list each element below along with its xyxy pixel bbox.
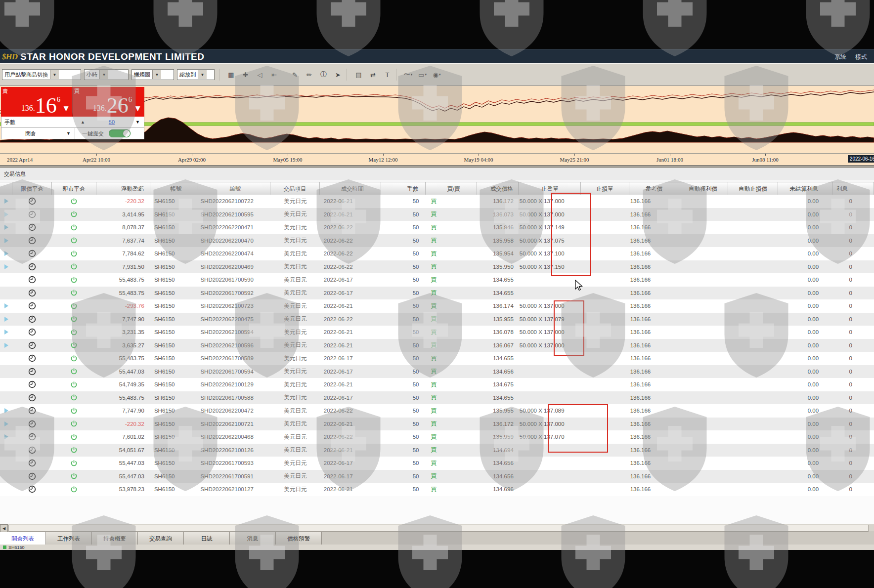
scrollbar-thumb[interactable]	[8, 525, 869, 532]
expand-triangle-icon[interactable]	[4, 303, 8, 308]
market-close-button[interactable]	[52, 444, 96, 457]
market-close-button[interactable]	[52, 352, 96, 365]
market-close-button[interactable]	[52, 287, 96, 300]
limit-close-button[interactable]	[12, 299, 52, 313]
table-row[interactable]: 55,447.03SH6150SHD2022061700593美元日元2022-…	[0, 457, 874, 470]
market-close-button[interactable]	[52, 430, 96, 444]
column-header-5[interactable]: 編號	[198, 182, 270, 195]
expand-triangle-icon[interactable]	[4, 330, 8, 335]
sell-quote-button[interactable]: 賣 136. 16 6 ▼	[1, 87, 73, 117]
limit-close-button[interactable]	[12, 391, 52, 405]
limit-close-button[interactable]	[12, 470, 52, 483]
menu-item-0[interactable]: 系統	[834, 53, 846, 61]
market-close-button[interactable]	[52, 365, 96, 378]
market-close-button[interactable]	[52, 404, 96, 418]
menu-item-1[interactable]: 樣式	[855, 53, 867, 61]
info-icon[interactable]: ⓘ	[317, 68, 330, 81]
column-header-16[interactable]: 未結算利息	[778, 182, 832, 195]
row-expander[interactable]	[0, 221, 12, 234]
expand-triangle-icon[interactable]	[4, 225, 8, 230]
table-row[interactable]: 3,231.35SH6150SHD2022062100594美元日元2022-0…	[0, 326, 874, 339]
column-header-15[interactable]: 自動止損價	[728, 182, 778, 195]
crosshair-icon[interactable]: ✚	[239, 68, 252, 81]
expand-triangle-icon[interactable]	[4, 408, 8, 413]
grid-icon[interactable]: ▦	[224, 68, 238, 81]
lots-decrease-icon[interactable]: ▼	[135, 120, 140, 125]
tab-6[interactable]: 消息	[230, 532, 276, 545]
tab-7[interactable]: 價格預警	[276, 532, 322, 545]
row-expander[interactable]	[0, 260, 12, 274]
pointer-icon[interactable]: ➤	[331, 68, 345, 81]
expand-triangle-icon[interactable]	[4, 212, 8, 217]
limit-close-button[interactable]	[12, 430, 52, 444]
expand-triangle-icon[interactable]	[4, 343, 8, 348]
table-row[interactable]: 55,483.75SH6150SHD2022061700589美元日元2022-…	[0, 352, 874, 365]
text-tool-icon[interactable]: T	[381, 68, 394, 81]
expand-triangle-icon[interactable]	[4, 238, 8, 243]
market-close-button[interactable]	[52, 221, 96, 234]
toolbar-dropdown-3[interactable]: 縮放到▼	[177, 69, 215, 80]
cursor-back-icon[interactable]: ◁	[253, 68, 266, 81]
market-close-button[interactable]	[52, 247, 96, 260]
limit-close-button[interactable]	[12, 287, 52, 300]
horizontal-scrollbar[interactable]: ◀	[0, 524, 874, 532]
table-row[interactable]: 55,483.75SH6150SHD2022061700590美元日元2022-…	[0, 273, 874, 287]
expand-triangle-icon[interactable]	[4, 251, 8, 256]
column-header-8[interactable]: 手數	[381, 182, 426, 195]
column-header-17[interactable]: 利息	[832, 182, 874, 195]
expand-triangle-icon[interactable]	[4, 317, 8, 322]
limit-close-button[interactable]	[12, 444, 52, 457]
column-header-13[interactable]: 參考價	[629, 182, 678, 195]
market-close-button[interactable]	[52, 418, 96, 431]
row-expander[interactable]	[0, 339, 12, 352]
limit-close-button[interactable]	[12, 418, 52, 431]
table-row[interactable]: 55,483.75SH6150SHD2022061700588美元日元2022-…	[0, 391, 874, 405]
market-close-button[interactable]	[52, 457, 96, 470]
chevron-down-icon[interactable]: ▼	[99, 70, 108, 79]
market-close-button[interactable]	[52, 391, 96, 405]
limit-close-button[interactable]	[12, 247, 52, 260]
market-close-button[interactable]	[52, 234, 96, 248]
limit-close-button[interactable]	[12, 221, 52, 234]
shape-tools-icon[interactable]: ▭▾	[416, 68, 429, 81]
limit-close-button[interactable]	[12, 365, 52, 378]
column-header-10[interactable]: 成交價格	[477, 182, 519, 195]
limit-close-button[interactable]	[12, 352, 52, 365]
limit-close-button[interactable]	[12, 326, 52, 339]
tab-4[interactable]: 交易查詢	[138, 532, 184, 545]
table-row[interactable]: 7,747.90SH6150SHD2022062200472美元日元2022-0…	[0, 404, 874, 418]
row-expander[interactable]	[0, 418, 12, 431]
line-tools-icon[interactable]: 〜▾	[401, 68, 415, 81]
row-expander[interactable]	[0, 208, 12, 221]
column-header-2[interactable]: 即市平倉	[52, 182, 96, 195]
market-close-button[interactable]	[52, 483, 96, 496]
table-row[interactable]: 55,447.03SH6150SHD2022061700591美元日元2022-…	[0, 470, 874, 483]
column-header-1[interactable]: 限價平倉	[12, 182, 52, 195]
column-header-14[interactable]: 自動獲利價	[678, 182, 728, 195]
row-expander[interactable]	[0, 234, 12, 248]
limit-close-button[interactable]	[12, 483, 52, 496]
market-close-button[interactable]	[52, 339, 96, 352]
market-close-button[interactable]	[52, 260, 96, 274]
tab-5[interactable]: 日誌	[184, 532, 230, 545]
toolbar-dropdown-2[interactable]: 蠟燭圖▼	[131, 69, 174, 80]
toolbar-dropdown-0[interactable]: 用戶點擊商品切換▼	[2, 69, 81, 80]
column-header-6[interactable]: 交易項目	[270, 182, 319, 195]
table-row[interactable]: 3,414.95SH6150SHD2022062100595美元日元2022-0…	[0, 208, 874, 221]
table-row[interactable]: 54,051.67SH6150SHD2022062100126美元日元2022-…	[0, 444, 874, 457]
table-row[interactable]: 7,931.50SH6150SHD2022062200469美元日元2022-0…	[0, 260, 874, 274]
column-header-7[interactable]: 成交時間	[320, 182, 382, 195]
market-close-button[interactable]	[52, 273, 96, 287]
tab-1[interactable]: 開倉列表	[0, 532, 46, 545]
limit-close-button[interactable]	[12, 273, 52, 287]
table-row[interactable]: 7,784.62SH6150SHD2022062200474美元日元2022-0…	[0, 247, 874, 260]
settings-icon[interactable]: ⇄	[366, 68, 380, 81]
table-row[interactable]: 7,747.90SH6150SHD2022062200475美元日元2022-0…	[0, 313, 874, 326]
market-close-button[interactable]	[52, 326, 96, 339]
expand-triangle-icon[interactable]	[4, 264, 8, 269]
table-row[interactable]: 54,749.35SH6150SHD2022062100129美元日元2022-…	[0, 378, 874, 391]
tab-2[interactable]: 工作列表	[46, 532, 92, 545]
limit-close-button[interactable]	[12, 339, 52, 352]
chevron-down-icon[interactable]: ▼	[198, 70, 207, 79]
chevron-down-icon[interactable]: ▼	[50, 70, 59, 79]
